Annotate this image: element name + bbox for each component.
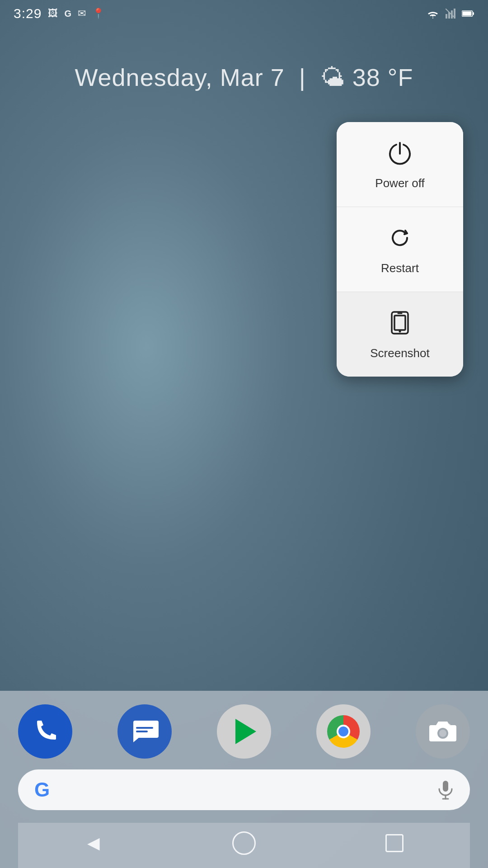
recents-button[interactable] [376, 830, 413, 857]
date-weather: Wednesday, Mar 7 | 🌤 38 °F [0, 63, 488, 91]
mic-icon[interactable] [437, 780, 454, 800]
screenshot-label: Screenshot [370, 346, 430, 360]
svg-rect-10 [394, 316, 405, 330]
home-icon [232, 831, 256, 855]
wifi-icon [427, 9, 439, 19]
svg-rect-0 [446, 14, 447, 19]
date-text: Wednesday, Mar 7 | 🌤 38 °F [75, 64, 413, 91]
messages-icon [130, 718, 160, 745]
dock-app-play[interactable] [217, 704, 271, 759]
restart-button[interactable]: Restart [337, 207, 463, 292]
status-left: 3:29 🖼 G ✉ 📍 [14, 6, 104, 21]
home-button[interactable] [226, 830, 262, 857]
svg-rect-6 [463, 12, 472, 16]
dock-app-messages[interactable] [117, 704, 172, 759]
status-time: 3:29 [14, 6, 42, 21]
screenshot-icon [388, 310, 412, 339]
chrome-icon [327, 715, 360, 748]
svg-point-17 [448, 724, 450, 726]
svg-point-11 [399, 330, 401, 333]
nav-bar: ◀ [18, 823, 470, 868]
dock-area: G ◀ [0, 691, 488, 868]
battery-icon [462, 10, 474, 17]
svg-rect-13 [136, 727, 153, 729]
power-menu: Power off Restart Screenshot [337, 122, 463, 377]
play-triangle [235, 719, 256, 744]
status-right [427, 9, 474, 19]
photo-icon: 🖼 [48, 8, 58, 19]
restart-icon [387, 225, 413, 254]
svg-point-16 [439, 730, 446, 737]
screenshot-button[interactable]: Screenshot [337, 292, 463, 377]
back-icon: ◀ [87, 834, 100, 853]
power-off-icon [387, 140, 413, 169]
status-bar: 3:29 🖼 G ✉ 📍 [0, 0, 488, 27]
power-off-label: Power off [375, 176, 424, 190]
recents-icon [385, 834, 404, 852]
back-button[interactable]: ◀ [75, 830, 112, 857]
power-off-button[interactable]: Power off [337, 122, 463, 207]
dock-app-phone[interactable] [18, 704, 72, 759]
svg-rect-18 [443, 781, 448, 792]
dock-apps [18, 704, 470, 759]
google-g-logo: G [34, 778, 50, 801]
restart-label: Restart [381, 261, 419, 275]
gmail-icon: ✉ [78, 8, 86, 19]
camera-icon [428, 718, 457, 745]
dock-app-camera[interactable] [416, 704, 470, 759]
location-icon: 📍 [92, 8, 104, 19]
search-bar[interactable]: G [18, 769, 470, 810]
phone-icon [32, 718, 59, 745]
svg-rect-7 [473, 12, 474, 15]
google-icon: G [64, 9, 71, 19]
signal-icon [446, 9, 455, 19]
chrome-inner-circle [337, 725, 350, 738]
svg-rect-14 [136, 731, 148, 732]
dock-app-chrome[interactable] [316, 704, 371, 759]
